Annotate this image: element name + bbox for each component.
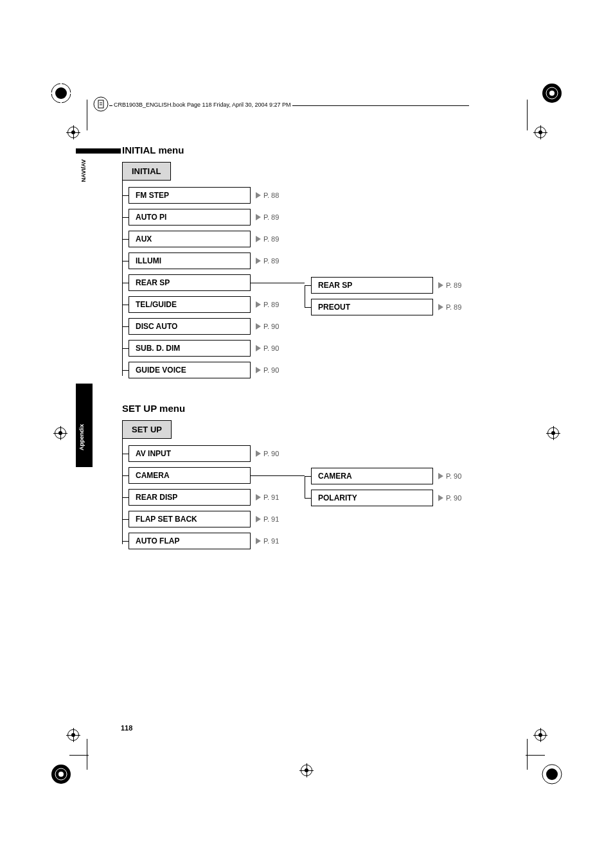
submenu-item: CAMERA: [311, 468, 433, 484]
document-icon: [93, 96, 109, 112]
menu-item: SUB. D. DIM: [129, 340, 251, 357]
tree-line: [122, 434, 123, 544]
menu-item: AUTO FLAP: [129, 533, 251, 549]
page-ref: P. 91: [256, 515, 279, 523]
registration-mark: [301, 765, 312, 776]
page-ref: P. 91: [256, 537, 279, 545]
page-ref: P. 90: [256, 450, 279, 457]
menu-item: TEL/GUIDE: [129, 296, 251, 313]
crop-line: [526, 755, 545, 756]
triangle-icon: [256, 258, 261, 264]
menu-item: GUIDE VOICE: [129, 362, 251, 378]
triangle-icon: [256, 450, 261, 457]
triangle-icon: [438, 495, 443, 501]
page-ref: P. 88: [256, 191, 279, 199]
triangle-icon: [256, 214, 261, 220]
svg-rect-15: [98, 100, 103, 108]
tree-line: [251, 283, 305, 283]
submenu-item: REAR SP: [311, 277, 433, 294]
svg-point-1: [55, 87, 67, 99]
triangle-icon: [256, 301, 261, 308]
header-filename: CRB1903B_ENGLISH.book Page 118 Friday, A…: [112, 102, 292, 108]
page-ref: P. 89: [256, 235, 279, 243]
triangle-icon: [438, 473, 443, 479]
triangle-icon: [256, 323, 261, 330]
svg-point-11: [58, 772, 64, 777]
corner-mark-tr: [541, 82, 563, 107]
triangle-icon: [438, 304, 443, 310]
crop-line: [87, 739, 87, 770]
page-ref: P. 90: [438, 472, 461, 480]
menu-item: REAR SP: [129, 274, 251, 291]
side-tab-naviav: NAVI/AV: [78, 154, 89, 187]
tree-line: [251, 475, 305, 476]
section-title-setup: SET UP menu: [122, 403, 553, 414]
triangle-icon: [256, 538, 261, 544]
menu-item: AUTO PI: [129, 209, 251, 226]
registration-mark: [535, 127, 546, 138]
triangle-icon: [256, 236, 261, 242]
svg-point-8: [549, 91, 555, 96]
menu-item: AUX: [129, 231, 251, 247]
registration-mark: [55, 427, 66, 439]
page-ref: P. 89: [438, 303, 461, 311]
submenu-item: POLARITY: [311, 490, 433, 506]
menu-item: DISC AUTO: [129, 318, 251, 335]
registration-mark: [67, 729, 79, 741]
menu-header-setup: SET UP: [122, 420, 172, 439]
section-title-initial: INITIAL menu: [122, 145, 553, 155]
corner-mark-br: [541, 763, 563, 788]
triangle-icon: [256, 367, 261, 373]
triangle-icon: [256, 494, 261, 500]
menu-item: ILLUMI: [129, 252, 251, 269]
page-number: 118: [121, 724, 132, 732]
svg-point-13: [546, 768, 558, 780]
triangle-icon: [256, 192, 261, 199]
menu-item: FM STEP: [129, 187, 251, 204]
corner-mark-tl: [50, 82, 72, 107]
registration-mark: [535, 729, 546, 741]
page-ref: P. 90: [438, 494, 461, 502]
page-ref: P. 90: [256, 344, 279, 352]
crop-line: [527, 100, 528, 130]
tree-line: [122, 175, 123, 376]
triangle-icon: [256, 516, 261, 522]
menu-item: CAMERA: [129, 467, 251, 484]
svg-point-14: [94, 97, 108, 111]
triangle-icon: [438, 282, 443, 288]
page-ref: P. 89: [438, 281, 461, 289]
submenu-item: PREOUT: [311, 299, 433, 315]
crop-line: [87, 100, 87, 130]
page-ref: P. 91: [256, 493, 279, 501]
menu-item: FLAP SET BACK: [129, 511, 251, 527]
triangle-icon: [256, 345, 261, 351]
page-ref: P. 89: [256, 213, 279, 221]
page-ref: P. 90: [256, 323, 279, 330]
page-ref: P. 89: [256, 257, 279, 265]
side-tab-appendix: Appendix: [78, 424, 85, 450]
menu-item: REAR DISP: [129, 489, 251, 506]
crop-line: [527, 739, 528, 770]
page-ref: P. 89: [256, 301, 279, 308]
page-ref: P. 90: [256, 366, 279, 374]
corner-mark-bl: [50, 763, 72, 788]
menu-header-initial: INITIAL: [122, 162, 171, 181]
crop-line: [69, 755, 89, 756]
menu-item: AV INPUT: [129, 445, 251, 462]
section-bar: [76, 148, 121, 154]
registration-mark: [67, 127, 79, 138]
